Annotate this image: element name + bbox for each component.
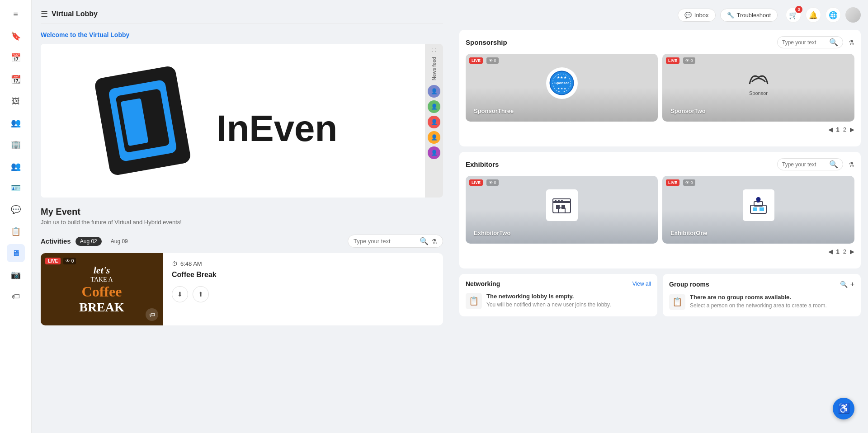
page-title: Virtual Lobby [52,10,98,18]
event-info: My Event Join us to build the future of … [41,207,443,226]
networking-view-all[interactable]: View all [632,281,651,287]
group-sidebar-icon[interactable]: 👥 [7,157,25,175]
activity-share-btn[interactable]: ⬆ [193,286,209,302]
sponsor-prev-icon[interactable]: ◀ [828,126,833,133]
sponsor-next-icon[interactable]: ▶ [850,126,854,133]
globe-icon-btn[interactable]: 🌐 [826,7,841,23]
news-feed-expand-icon[interactable]: ⛶ [432,47,436,52]
lets-text: let's [79,264,124,276]
sponsorship-search-icon[interactable]: 🔍 [829,38,838,47]
activity-time: ⏱ 6:48 AM [172,260,434,267]
exhibitor-prev-icon[interactable]: ◀ [828,248,833,255]
bottom-sections: Networking View all 📋 The networking lob… [459,274,861,316]
accessibility-icon: ♿ [838,403,850,414]
svg-text:InEven: InEven [217,108,338,149]
news-feed-avatar-4[interactable]: 👤 [428,131,440,144]
sponsorship-pagination: ◀ 1 2 ▶ [466,126,854,133]
break-text: BREAK [79,300,124,315]
date-badge-1[interactable]: Aug 02 [75,237,102,246]
bell-icon-btn[interactable]: 🔔 [806,7,821,23]
inbox-button[interactable]: 💬 Inbox [678,9,716,22]
activities-search-icon[interactable]: 🔍 [420,237,429,245]
sponsor-two-live: LIVE [666,57,679,64]
exhibitors-filter-icon[interactable]: ⚗ [849,161,854,168]
main-content: ☰ Virtual Lobby Welcome to the Virtual L… [32,0,868,433]
sponsorship-filter-icon[interactable]: ⚗ [849,39,854,46]
activities-title: Activities [41,237,71,245]
sponsor-two-inner: Sponsor SponsorTwo [662,54,854,122]
group-rooms-empty-desc: Select a person on the networking area t… [690,302,827,310]
networking-section: Networking View all 📋 The networking lob… [459,274,657,316]
coffee-break-thumbnail: let's TAKE A Coffee BREAK [79,264,124,315]
exhibitor-one-eye: 👁 0 [683,179,695,186]
building-sidebar-icon[interactable]: 🏢 [7,136,25,154]
news-feed-label[interactable]: News feed [431,55,437,82]
news-feed-avatar-3[interactable]: 👤 [428,116,440,128]
group-rooms-add-icon[interactable]: + [850,280,854,288]
user-avatar[interactable] [845,7,861,23]
svg-rect-21 [760,207,764,211]
accessibility-button[interactable]: ♿ [833,398,854,419]
sponsor-card-two[interactable]: LIVE 👁 0 Sponsor [662,54,854,122]
sponsor-two-logo: Sponsor [747,71,770,96]
exhibitor-card-one[interactable]: LIVE 👁 0 [662,176,854,244]
sponsor-two-name: SponsorTwo [667,108,709,117]
image-sidebar-icon[interactable]: 🖼 [7,92,25,110]
left-sidebar: ≡ 🔖 📅 📆 🖼 👥 🏢 👥 🪪 💬 📋 🖥 📷 🏷 [0,0,32,433]
chat-sidebar-icon[interactable]: 💬 [7,201,25,219]
tag-sidebar-icon[interactable]: 🏷 [7,287,25,306]
sponsorship-search-input[interactable] [782,39,827,46]
cart-icon-btn[interactable]: 🛒 3 [786,7,801,23]
sponsorship-title: Sponsorship [466,38,774,46]
group-rooms-empty-title: There are no group rooms available. [690,294,827,301]
photo-sidebar-icon[interactable]: 📷 [7,266,25,284]
sponsor-card-three[interactable]: LIVE 👁 0 ★ ★ ★ Sponsor [466,54,658,122]
calendar2-sidebar-icon[interactable]: 📆 [7,71,25,89]
group-rooms-search-icon[interactable]: 🔍 [840,281,848,288]
sponsor-page-2[interactable]: 2 [843,126,846,133]
sponsor-three-name: SponsorThree [470,108,517,117]
exhibitors-search-input[interactable] [782,161,827,168]
date-badge-2[interactable]: Aug 09 [106,237,132,246]
sponsor-two-eye: 👁 0 [683,57,695,64]
activity-thumbnail: LIVE 👁 0 let's TAKE A Coffee BREAK 🏷 [41,253,163,325]
exhibitor-card-two[interactable]: LIVE 👁 0 [466,176,658,244]
sponsor-three-logo-area: ★ ★ ★ Sponsor ★ ★ ★ [470,58,653,108]
news-feed-avatar-2[interactable]: 👤 [428,100,440,113]
group-rooms-empty-state: 📋 There are no group rooms available. Se… [669,294,854,310]
sponsor-page-1[interactable]: 1 [836,126,840,133]
bookmark-sidebar-icon[interactable]: 🔖 [7,27,25,45]
news-feed-avatar-1[interactable]: 👤 [428,85,440,98]
list-sidebar-icon[interactable]: 📋 [7,222,25,240]
news-feed-avatar-5[interactable]: 👤 [428,146,440,159]
people-sidebar-icon[interactable]: 👥 [7,114,25,132]
calendar-sidebar-icon[interactable]: 📅 [7,49,25,67]
exhibitor-next-icon[interactable]: ▶ [850,248,854,255]
exhibitor-page-2[interactable]: 2 [843,248,846,255]
sponsor-grid: LIVE 👁 0 ★ ★ ★ Sponsor [466,54,854,122]
exhibitors-search-icon[interactable]: 🔍 [829,160,838,169]
svg-text:★ ★ ★: ★ ★ ★ [557,76,567,79]
hamburger-menu-icon[interactable]: ≡ [7,5,25,24]
activities-search-input[interactable] [354,238,417,245]
activities-header: Activities Aug 02 Aug 09 🔍 ⚗ [41,235,443,248]
exhibitor-one-inner: ExhibitorOne [662,176,854,244]
activity-tag-icon[interactable]: 🏷 [146,308,158,321]
take-a-text: TAKE A [79,276,124,283]
exhibitor-page-1[interactable]: 1 [836,248,840,255]
group-rooms-title: Group rooms [669,281,840,288]
activity-live-badge: LIVE [45,258,61,264]
top-menu-icon[interactable]: ☰ [41,9,48,19]
activities-section: Activities Aug 02 Aug 09 🔍 ⚗ LIVE 👁 0 [41,235,443,325]
activity-download-btn[interactable]: ⬇ [172,286,188,302]
activities-filter-icon[interactable]: ⚗ [431,238,437,245]
exhibitor-one-live: LIVE [666,179,679,186]
cart-badge: 3 [795,6,802,13]
troubleshoot-button[interactable]: 🔧 Troubleshoot [720,9,778,22]
id-card-sidebar-icon[interactable]: 🪪 [7,179,25,197]
exhibitors-header: Exhibitors 🔍 ⚗ [466,158,854,170]
activity-card: LIVE 👁 0 let's TAKE A Coffee BREAK 🏷 ⏱ [41,253,443,325]
monitor-sidebar-icon[interactable]: 🖥 [7,244,25,262]
troubleshoot-icon: 🔧 [727,12,734,19]
event-desc: Join us to build the future of Virtual a… [41,219,443,226]
